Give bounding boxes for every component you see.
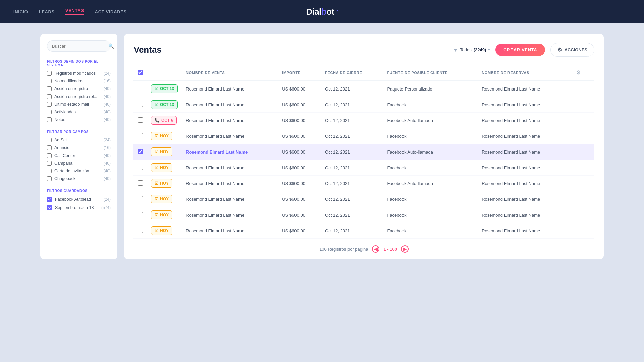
filter-accion-registro[interactable]: Acción en registro (40) — [47, 86, 111, 91]
source-8: Facebook — [387, 213, 406, 218]
filter-field-checkbox-1[interactable] — [47, 145, 52, 150]
row-amount-cell-3: US $600.00 — [278, 128, 321, 144]
row-reserve-cell-0: Rosemond Elmard Last Name — [478, 81, 569, 97]
filter-field-checkbox-3[interactable] — [47, 161, 52, 166]
sale-name-4: Rosemond Elmard Last Name — [186, 149, 248, 155]
row-checkbox-4[interactable] — [138, 149, 143, 154]
row-checkbox-cell-1[interactable] — [133, 97, 147, 113]
row-name-cell-9[interactable]: Rosemond Elmard Last Name — [182, 223, 278, 239]
filter-accion-registro-rel[interactable]: Acción en registro rel... (40) — [47, 94, 111, 99]
source-5: Facebook — [387, 165, 406, 170]
badge-icon-8: ☑ — [155, 213, 158, 217]
row-checkbox-cell-8[interactable] — [133, 207, 147, 223]
field-filters-section: FILTRAR POR CAMPOS Ad Set (24) Anuncio (… — [47, 130, 111, 181]
row-name-cell-7[interactable]: Rosemond Elmard Last Name — [182, 191, 278, 207]
row-checkbox-8[interactable] — [138, 212, 143, 217]
saved-filter-facebook-autolead[interactable]: Facebook Autolead (24) — [47, 197, 111, 202]
filter-field-checkbox-4[interactable] — [47, 169, 52, 173]
row-name-cell-2[interactable]: Rosemond Elmard Last Name — [182, 113, 278, 128]
filter-campana[interactable]: Campaña (40) — [47, 161, 111, 166]
filter-actividades[interactable]: Actividades (40) — [47, 110, 111, 114]
filter-anuncio[interactable]: Anuncio (16) — [47, 145, 111, 150]
filter-checkbox-6[interactable] — [47, 117, 52, 122]
create-sale-button[interactable]: CREAR VENTA — [495, 44, 545, 56]
filter-checkbox-0[interactable] — [47, 71, 52, 76]
row-checkbox-7[interactable] — [138, 196, 143, 201]
header-fuente[interactable]: FUENTE DE POSIBLE CLIENTE — [383, 65, 478, 81]
filter-call-center[interactable]: Call Center (40) — [47, 153, 111, 158]
header-fecha-cierre[interactable]: FECHA DE CIERRE — [321, 65, 383, 81]
row-name-cell-0[interactable]: Rosemond Elmard Last Name — [182, 81, 278, 97]
filter-field-checkbox-5[interactable] — [47, 176, 52, 181]
system-filters-title: FILTROS DEFINIDOS POR EL SISTEMA — [47, 60, 111, 67]
filter-ultimo-estado-mail[interactable]: Último estado mail (40) — [47, 102, 111, 107]
source-4: Facebook Auto-llamada — [387, 149, 433, 155]
row-checkbox-9[interactable] — [138, 228, 143, 233]
row-checkbox-cell-5[interactable] — [133, 160, 147, 176]
source-1: Facebook — [387, 102, 406, 107]
row-source-cell-5: Facebook — [383, 160, 478, 176]
filter-notas[interactable]: Notas (40) — [47, 117, 111, 122]
row-name-cell-5[interactable]: Rosemond Elmard Last Name — [182, 160, 278, 176]
date-badge-8: ☑ HOY — [151, 210, 172, 219]
filter-registros-modificados[interactable]: Registros modificados (24) — [47, 71, 111, 76]
row-checkbox-cell-9[interactable] — [133, 223, 147, 239]
row-checkbox-cell-4[interactable] — [133, 144, 147, 160]
header-nombre-venta[interactable]: NOMBRE DE VENTA — [182, 65, 278, 81]
nav-ventas[interactable]: VENTAS — [65, 8, 84, 15]
pagination-prev-button[interactable]: ◀ — [372, 245, 379, 253]
filter-checkbox-5[interactable] — [47, 110, 52, 114]
row-checkbox-3[interactable] — [138, 133, 143, 138]
nav-leads[interactable]: LEADS — [39, 9, 55, 14]
row-checkbox-0[interactable] — [138, 86, 143, 91]
row-checkbox-cell-6[interactable] — [133, 176, 147, 191]
acciones-button[interactable]: ⚙ ACCIONES — [550, 43, 594, 57]
filter-checkbox-3[interactable] — [47, 94, 52, 99]
saved-checkbox-1 — [47, 205, 52, 210]
row-checkbox-2[interactable] — [138, 117, 143, 123]
filter-all-button[interactable]: ▼ Todos (2249) ▾ — [453, 47, 490, 53]
column-settings-button[interactable]: ⚙ — [573, 68, 583, 77]
row-name-cell-3[interactable]: Rosemond Elmard Last Name — [182, 128, 278, 144]
amount-7: US $600.00 — [282, 197, 305, 202]
pagination-next-button[interactable]: ▶ — [401, 245, 409, 253]
header-right: ▼ Todos (2249) ▾ CREAR VENTA ⚙ ACCIONES — [453, 43, 594, 57]
filter-field-checkbox-0[interactable] — [47, 138, 52, 142]
filter-checkbox-1[interactable] — [47, 79, 52, 83]
row-checkbox-cell-7[interactable] — [133, 191, 147, 207]
row-checkbox-1[interactable] — [138, 102, 143, 107]
filter-checkbox-4[interactable] — [47, 102, 52, 107]
search-input[interactable] — [52, 44, 108, 49]
filter-ad-set[interactable]: Ad Set (24) — [47, 138, 111, 142]
filter-checkbox-2[interactable] — [47, 86, 52, 91]
nav-actividades[interactable]: ACTIVIDADES — [95, 9, 127, 14]
row-extra-cell-3 — [569, 128, 594, 144]
nav-inicio[interactable]: INICIO — [13, 9, 28, 14]
row-checkbox-cell-2[interactable] — [133, 113, 147, 128]
header-nombre-reservas[interactable]: NOMBRE DE RESERVAS — [478, 65, 569, 81]
row-date-cell-0: Oct 12, 2021 — [321, 81, 383, 97]
sale-name-6: Rosemond Elmard Last Name — [186, 181, 244, 186]
filter-carta-invitacion[interactable]: Carta de invitación (40) — [47, 169, 111, 173]
search-box[interactable]: 🔍 — [47, 40, 111, 52]
reserve-name-0: Rosemond Elmard Last Name — [482, 86, 540, 92]
row-checkbox-5[interactable] — [138, 165, 143, 170]
row-checkbox-cell-3[interactable] — [133, 128, 147, 144]
saved-filter-septiembre[interactable]: Septiembre hasta 18 (574) — [47, 205, 111, 210]
filter-no-modificados[interactable]: No modificados (16) — [47, 79, 111, 83]
row-source-cell-8: Facebook — [383, 207, 478, 223]
header-importe[interactable]: IMPORTE — [278, 65, 321, 81]
header-select-all[interactable] — [133, 65, 147, 81]
filter-field-checkbox-2[interactable] — [47, 153, 52, 158]
row-name-cell-4[interactable]: Rosemond Elmard Last Name — [182, 144, 278, 160]
nav-links: INICIO LEADS VENTAS ACTIVIDADES — [13, 8, 127, 15]
header-col-settings[interactable]: ⚙ — [569, 65, 594, 81]
row-name-cell-8[interactable]: Rosemond Elmard Last Name — [182, 207, 278, 223]
row-name-cell-1[interactable]: Rosemond Elmard Last Name — [182, 97, 278, 113]
row-source-cell-9: Facebook — [383, 223, 478, 239]
row-name-cell-6[interactable]: Rosemond Elmard Last Name — [182, 176, 278, 191]
filter-chageback[interactable]: Chageback (40) — [47, 176, 111, 181]
select-all-checkbox[interactable] — [138, 70, 143, 75]
row-checkbox-6[interactable] — [138, 180, 143, 186]
row-checkbox-cell-0[interactable] — [133, 81, 147, 97]
